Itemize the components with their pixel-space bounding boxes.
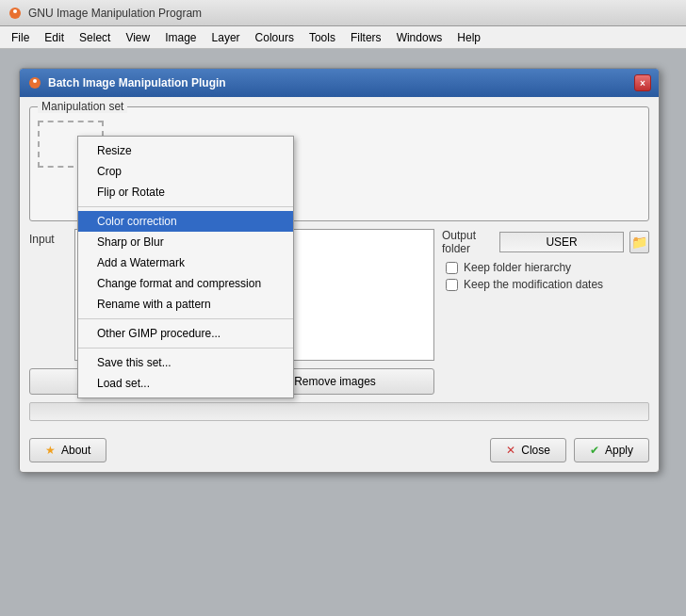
menubar: File Edit Select View Image Layer Colour… [0,26,686,49]
keep-hierarchy-checkbox[interactable] [446,262,458,274]
menu-layer[interactable]: Layer [204,27,248,48]
check-icon: ✔ [590,444,599,457]
close-icon: ✕ [506,444,515,457]
dialog-window: Batch Image Manipulation Plugin × Manipu… [19,68,660,473]
context-menu-flip-rotate[interactable]: Flip or Rotate [78,182,293,203]
menu-windows[interactable]: Windows [389,27,450,48]
menu-colours[interactable]: Colours [248,27,302,48]
svg-point-3 [33,79,37,83]
bottom-buttons: ★ About ✕ Close ✔ Apply [29,430,649,462]
bottom-right-buttons: ✕ Close ✔ Apply [490,438,649,462]
dialog-close-button[interactable]: × [634,74,651,91]
menu-file[interactable]: File [4,27,37,48]
context-menu: Resize Crop Flip or Rotate Color correct… [77,136,294,398]
dialog-titlebar: Batch Image Manipulation Plugin × [20,69,659,97]
svg-point-1 [13,9,17,13]
manipulation-set-group: Manipulation set Resize Crop Flip or Rot… [29,106,649,221]
right-panel: Output folder USER 📁 Keep folder hierarc… [442,229,649,395]
dialog-titlebar-left: Batch Image Manipulation Plugin [27,75,226,90]
desktop-area: Batch Image Manipulation Plugin × Manipu… [0,49,686,616]
context-menu-change-format[interactable]: Change format and compression [78,273,293,294]
manipulation-set-content: Resize Crop Flip or Rotate Color correct… [30,107,648,220]
context-menu-add-watermark[interactable]: Add a Watermark [78,252,293,273]
about-button[interactable]: ★ About [29,438,106,462]
apply-button[interactable]: ✔ Apply [574,438,649,462]
dialog-icon [27,75,42,90]
context-menu-sharp-blur[interactable]: Sharp or Blur [78,232,293,252]
star-icon: ★ [45,444,56,457]
folder-icon: 📁 [631,235,647,250]
menu-view[interactable]: View [118,27,157,48]
apply-label: Apply [605,444,633,457]
keep-dates-row: Keep the modification dates [442,278,649,291]
output-folder-label: Output folder [442,229,494,255]
context-menu-separator-3 [78,348,293,349]
close-label: Close [521,444,550,457]
keep-dates-label: Keep the modification dates [464,278,603,291]
context-menu-save-set[interactable]: Save this set... [78,352,293,373]
app-title: GNU Image Manipulation Program [28,7,202,20]
progress-bar [29,402,649,421]
menu-image[interactable]: Image [157,27,204,48]
about-label: About [61,444,90,457]
close-dialog-button[interactable]: ✕ Close [490,438,566,462]
dialog-title: Batch Image Manipulation Plugin [48,76,226,89]
app-icon [8,6,23,21]
context-menu-color-correction[interactable]: Color correction [78,211,293,232]
output-folder-input[interactable]: USER [499,232,623,252]
keep-hierarchy-label: Keep folder hierarchy [464,261,571,274]
context-menu-crop[interactable]: Crop [78,161,293,182]
context-menu-resize[interactable]: Resize [78,140,293,161]
app-titlebar: GNU Image Manipulation Program [0,0,686,26]
menu-help[interactable]: Help [449,27,488,48]
menu-tools[interactable]: Tools [302,27,343,48]
input-label: Input [29,229,67,246]
menu-select[interactable]: Select [72,27,118,48]
keep-hierarchy-row: Keep folder hierarchy [442,261,649,274]
menu-filters[interactable]: Filters [343,27,389,48]
keep-dates-checkbox[interactable] [446,279,458,291]
folder-browse-button[interactable]: 📁 [629,231,649,253]
context-menu-rename-pattern[interactable]: Rename with a pattern [78,294,293,315]
dialog-body: Manipulation set Resize Crop Flip or Rot… [20,97,659,472]
menu-edit[interactable]: Edit [37,27,72,48]
context-menu-load-set[interactable]: Load set... [78,373,293,394]
context-menu-separator-2 [78,318,293,319]
context-menu-separator-1 [78,206,293,207]
output-folder-row: Output folder USER 📁 [442,229,649,255]
context-menu-other-procedure[interactable]: Other GIMP procedure... [78,323,293,344]
